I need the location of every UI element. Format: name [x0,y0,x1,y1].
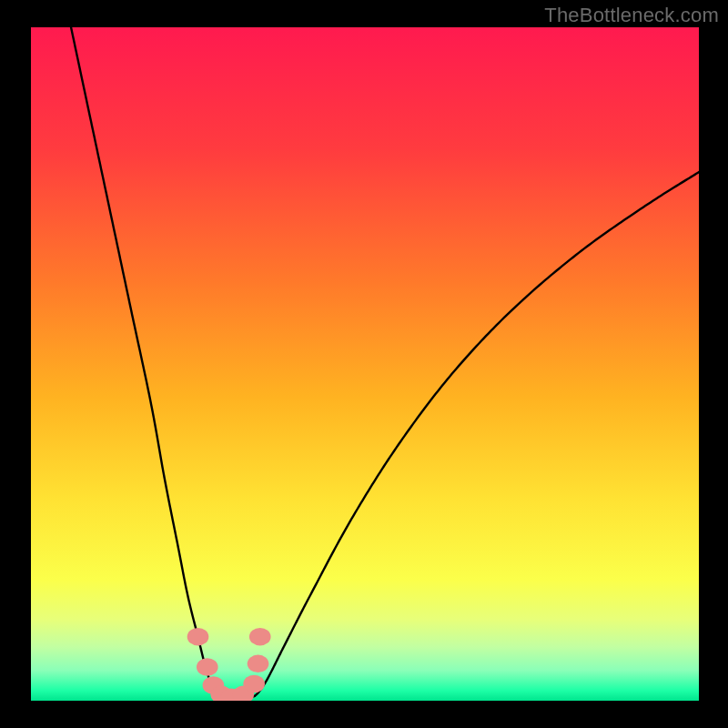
chart-background [31,27,699,701]
marker-dot [249,628,271,646]
marker-dot [187,628,209,646]
marker-dot [197,658,218,676]
chart-plot [31,27,699,701]
marker-dot [243,675,265,693]
watermark-text: TheBottleneck.com [544,4,719,27]
chart-frame: TheBottleneck.com [0,0,728,728]
chart-svg [31,27,699,701]
marker-dot [248,655,269,673]
